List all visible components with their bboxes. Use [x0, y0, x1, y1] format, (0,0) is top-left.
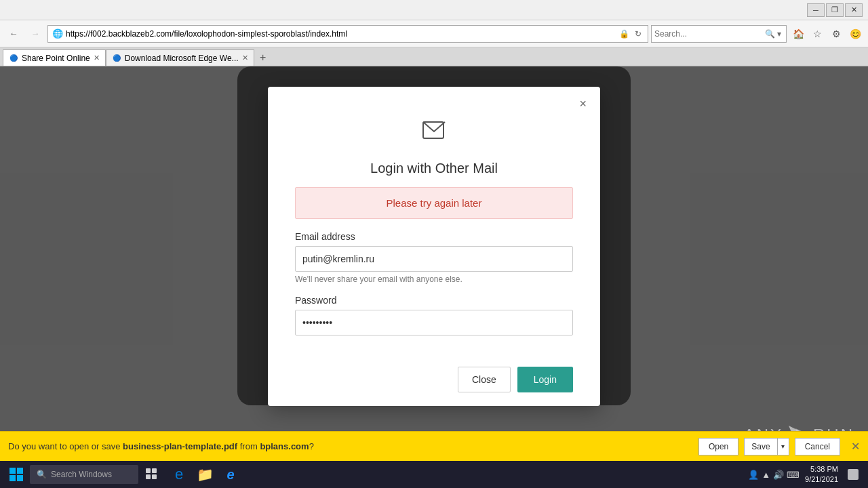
browser-close-button[interactable]: ✕ [845, 3, 863, 17]
svg-rect-3 [146, 468, 151, 473]
new-tab-button[interactable]: + [254, 49, 272, 66]
password-label: Password [295, 295, 573, 306]
error-message: Please try again later [387, 197, 482, 209]
svg-rect-6 [152, 474, 157, 479]
notification-button[interactable] [844, 465, 863, 484]
taskbar-search[interactable]: 🔍 Search Windows [30, 465, 138, 484]
taskbar-edge-app[interactable]: e [167, 462, 191, 487]
browser-window: ─ ❐ ✕ ← → 🌐 🔒 ↻ 🔍 ▾ 🏠 ☆ ⚙ [0, 0, 868, 488]
home-icon[interactable]: 🏠 [789, 25, 807, 43]
download-text-after: ? [309, 441, 314, 451]
windows-logo-icon [9, 468, 23, 481]
download-bar: Do you want to open or save business-pla… [0, 431, 868, 461]
download-text-before: Do you want to open or save [8, 441, 123, 451]
login-button[interactable]: Login [517, 367, 573, 392]
address-bar[interactable]: 🌐 🔒 ↻ [47, 25, 648, 43]
taskbar: 🔍 Search Windows e 📁 e 👤 ▲ 🔊 ⌨ 5:38 PM 9… [0, 461, 868, 488]
browser-content: × Login with Other Mail Please try a [0, 66, 868, 488]
error-banner: Please try again later [295, 187, 573, 219]
password-form-group: Password [295, 295, 573, 336]
download-filename: business-plan-template.pdf [123, 441, 237, 451]
taskbar-search-text: Search Windows [51, 470, 112, 479]
toolbar-icons: 🏠 ☆ ⚙ 😊 [789, 25, 864, 43]
svg-rect-5 [146, 474, 151, 479]
tab2-close[interactable]: ✕ [242, 54, 248, 62]
url-input[interactable] [66, 29, 614, 39]
download-text-middle: from [237, 441, 260, 451]
modal-title: Login with Other Mail [295, 161, 573, 176]
search-dropdown-icon[interactable]: ▾ [775, 28, 783, 40]
tab1-favicon: 🔵 [9, 54, 18, 63]
tab-sharepoint[interactable]: 🔵 Share Point Online ✕ [3, 49, 106, 66]
tab2-favicon: 🔵 [112, 54, 121, 63]
taskbar-search-icon: 🔍 [37, 470, 47, 479]
title-bar-buttons: ─ ❐ ✕ [807, 3, 863, 17]
save-dropdown: Save ▾ [744, 438, 789, 455]
modal-icon [295, 117, 573, 150]
tab1-label: Share Point Online [22, 54, 90, 63]
download-close-icon[interactable]: ✕ [851, 440, 860, 453]
forward-button[interactable]: → [26, 24, 45, 43]
modal-close-button[interactable]: × [579, 98, 587, 110]
title-bar: ─ ❐ ✕ [0, 0, 868, 20]
email-form-group: Email address We'll never share your ema… [295, 231, 573, 284]
download-source: bplans.com [260, 441, 309, 451]
download-text: Do you want to open or save business-pla… [8, 441, 693, 451]
search-icon[interactable]: 🔍 [765, 29, 775, 39]
cancel-button[interactable]: Cancel [795, 438, 840, 455]
start-button[interactable] [5, 464, 27, 485]
modal-body: Login with Other Mail Please try again l… [268, 117, 600, 360]
up-arrow-icon[interactable]: ▲ [762, 470, 770, 480]
taskbar-file-explorer-app[interactable]: 📁 [193, 462, 217, 487]
address-bar-wrapper: 🌐 🔒 ↻ [47, 25, 648, 43]
address-icons: 🔒 ↻ [617, 28, 644, 40]
restore-button[interactable]: ❐ [826, 3, 844, 17]
password-input[interactable] [295, 310, 573, 336]
email-input[interactable] [295, 246, 573, 272]
modal-overlay: × Login with Other Mail Please try a [0, 66, 868, 488]
tab-edge[interactable]: 🔵 Download Microsoft Edge We... ✕ [106, 49, 254, 66]
emoji-icon[interactable]: 😊 [846, 25, 864, 43]
tabs-bar: 🔵 Share Point Online ✕ 🔵 Download Micros… [0, 47, 868, 66]
taskbar-right: 👤 ▲ 🔊 ⌨ 5:38 PM 9/21/2021 [748, 464, 863, 485]
taskbar-apps: e 📁 e [167, 462, 243, 487]
modal-header: × [268, 87, 600, 117]
taskbar-clock[interactable]: 5:38 PM 9/21/2021 [805, 464, 838, 485]
task-view-button[interactable] [141, 464, 163, 485]
open-button[interactable]: Open [698, 438, 738, 455]
modal-footer: Close Login [268, 360, 600, 392]
refresh-icon[interactable]: ↻ [633, 28, 644, 40]
taskbar-ie-app[interactable]: e [218, 462, 243, 487]
minimize-button[interactable]: ─ [807, 3, 825, 17]
close-button[interactable]: Close [458, 367, 511, 392]
taskbar-sys-icons: 👤 ▲ 🔊 ⌨ [748, 470, 800, 480]
svg-rect-7 [848, 469, 859, 480]
browser-search-input[interactable] [654, 29, 765, 39]
save-dropdown-arrow[interactable]: ▾ [777, 438, 789, 455]
nav-bar: ← → 🌐 🔒 ↻ 🔍 ▾ 🏠 ☆ ⚙ 😊 [0, 20, 868, 47]
speaker-icon[interactable]: 🔊 [773, 470, 784, 480]
tab2-label: Download Microsoft Edge We... [125, 54, 239, 63]
save-button[interactable]: Save [744, 438, 776, 455]
settings-icon[interactable]: ⚙ [827, 25, 845, 43]
keyboard-icon[interactable]: ⌨ [787, 470, 800, 480]
clock-time: 5:38 PM [805, 464, 838, 474]
favorites-icon[interactable]: ☆ [808, 25, 826, 43]
login-modal: × Login with Other Mail Please try a [268, 87, 600, 406]
globe-icon: 🌐 [52, 28, 63, 39]
search-bar[interactable]: 🔍 ▾ [651, 25, 787, 43]
svg-rect-4 [152, 468, 157, 473]
email-hint: We'll never share your email with anyone… [295, 274, 573, 284]
network-icon[interactable]: 👤 [748, 470, 759, 480]
email-label: Email address [295, 231, 573, 242]
lock-icon: 🔒 [617, 28, 631, 40]
clock-date: 9/21/2021 [805, 474, 838, 485]
back-button[interactable]: ← [4, 24, 23, 43]
tab1-close[interactable]: ✕ [94, 54, 100, 62]
